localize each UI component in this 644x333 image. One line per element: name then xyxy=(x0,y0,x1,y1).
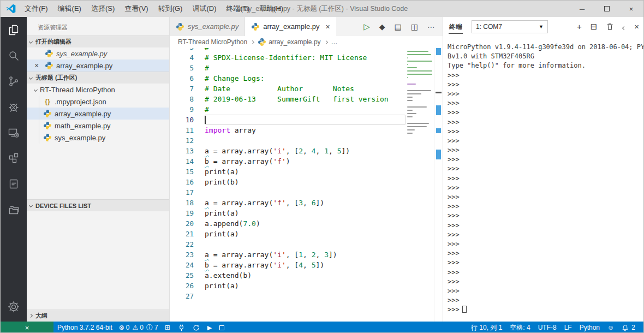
code-line-6[interactable]: 6# Change Logs: xyxy=(170,73,406,84)
tree-item-math_example-py[interactable]: math_example.py xyxy=(27,120,169,132)
collapse-panel-icon[interactable] xyxy=(623,22,625,31)
code-editor[interactable]: 3#4# SPDX-License-Identifier: MIT Licens… xyxy=(170,48,406,322)
activity-explorer-button[interactable] xyxy=(1,17,27,43)
code-line-24[interactable]: 24b = array.array('i', [4, 5]) xyxy=(170,260,406,270)
code-line-10[interactable]: 10 xyxy=(170,115,406,125)
line-number[interactable]: 22 xyxy=(170,239,194,249)
tab-array_example-py[interactable]: array_example.py× xyxy=(245,17,336,36)
language-mode[interactable]: Python xyxy=(576,322,604,333)
workspace-header[interactable]: 无标题 (工作区) xyxy=(27,72,169,84)
run-project-button[interactable]: ▶ xyxy=(204,322,216,333)
breadcrumb-item[interactable]: array_example.py xyxy=(258,38,320,46)
menu-item-2[interactable]: 选择(S) xyxy=(86,1,120,17)
menu-item-1[interactable]: 编辑(E) xyxy=(53,1,86,17)
code-line-11[interactable]: 11import array xyxy=(170,125,406,135)
line-number[interactable]: 25 xyxy=(170,270,194,281)
encoding[interactable]: UTF-8 xyxy=(534,322,560,333)
more-actions-icon[interactable]: ⋯ xyxy=(427,22,435,31)
line-number[interactable]: 5 xyxy=(170,63,194,73)
line-number[interactable]: 11 xyxy=(170,125,194,135)
open-editor-item[interactable]: sys_example.py xyxy=(27,47,169,60)
code-line-26[interactable]: 26print(a) xyxy=(170,281,406,291)
notifications-button[interactable]: 2 xyxy=(618,322,639,333)
menu-item-0[interactable]: 文件(F) xyxy=(20,1,53,17)
code-line-17[interactable]: 17 xyxy=(170,187,406,198)
code-line-19[interactable]: 19print(a) xyxy=(170,208,406,218)
line-number[interactable]: 15 xyxy=(170,166,194,177)
minimap[interactable] xyxy=(406,48,434,322)
line-number[interactable]: 21 xyxy=(170,229,194,239)
menu-item-4[interactable]: 转到(G) xyxy=(153,1,188,17)
code-line-27[interactable]: 27 xyxy=(170,291,406,301)
code-line-22[interactable]: 22 xyxy=(170,239,406,249)
kill-terminal-icon[interactable] xyxy=(606,22,614,31)
code-line-12[interactable]: 12 xyxy=(170,135,406,146)
activity-debug-button[interactable] xyxy=(1,94,27,120)
code-line-20[interactable]: 20a.append(7.0) xyxy=(170,218,406,229)
tree-folder-rt-thread[interactable]: RT-Thread MicroPython xyxy=(27,84,169,96)
code-line-9[interactable]: 9# xyxy=(170,104,406,115)
split-terminal-icon[interactable]: ⊟ xyxy=(591,22,598,32)
line-number[interactable]: 3 xyxy=(170,48,194,52)
activity-folder-library-button[interactable] xyxy=(1,197,27,222)
sync-button[interactable] xyxy=(189,322,204,333)
menu-item-5[interactable]: 调试(D) xyxy=(187,1,221,17)
line-number[interactable]: 16 xyxy=(170,177,194,187)
terminal-output[interactable]: MicroPython v1.9.4-114-g309fe39d on 2018… xyxy=(443,36,644,322)
flash-download-icon[interactable]: ◆ xyxy=(379,22,385,31)
close-panel-icon[interactable]: × xyxy=(634,22,639,31)
tab-terminal[interactable]: 终端 xyxy=(449,20,463,34)
close-icon[interactable]: × xyxy=(31,61,42,70)
activity-remote-device-button[interactable] xyxy=(1,120,27,145)
tree-item-sys_example-py[interactable]: sys_example.py xyxy=(27,132,169,144)
activity-extensions-button[interactable] xyxy=(1,145,27,171)
line-number[interactable]: 8 xyxy=(170,94,194,104)
line-number[interactable]: 6 xyxy=(170,73,194,84)
activity-notes-button[interactable] xyxy=(1,171,27,197)
line-number[interactable]: 9 xyxy=(170,104,194,115)
code-line-21[interactable]: 21print(a) xyxy=(170,229,406,239)
outline-header[interactable]: 大纲 xyxy=(27,310,169,322)
activity-source-control-button[interactable] xyxy=(1,68,27,94)
line-number[interactable]: 4 xyxy=(170,52,194,63)
board-button[interactable]: ⊞ xyxy=(161,322,174,333)
code-line-13[interactable]: 13a = array.array('i', [2, 4, 1, 5]) xyxy=(170,146,406,156)
open-preview-icon[interactable]: ▤ xyxy=(395,22,402,31)
code-line-16[interactable]: 16print(b) xyxy=(170,177,406,187)
menu-item-6[interactable]: 终端(T) xyxy=(221,1,254,17)
code-line-14[interactable]: 14b = array.array('f') xyxy=(170,156,406,166)
remote-indicator[interactable]: × xyxy=(1,322,53,333)
split-editor-icon[interactable]: ◫ xyxy=(411,22,418,31)
line-number[interactable]: 17 xyxy=(170,187,194,198)
breadcrumb-item[interactable]: … xyxy=(331,38,338,46)
tree-item-array_example-py[interactable]: array_example.py xyxy=(27,108,169,120)
indentation[interactable]: 空格: 4 xyxy=(506,322,534,333)
tab-sys_example-py[interactable]: sys_example.py xyxy=(170,17,245,36)
code-line-4[interactable]: 4# SPDX-License-Identifier: MIT License xyxy=(170,52,406,63)
close-icon[interactable]: × xyxy=(326,22,330,31)
feedback-button[interactable]: ☺ xyxy=(604,322,618,333)
stop-button[interactable] xyxy=(216,322,228,333)
line-number[interactable]: 23 xyxy=(170,249,194,260)
line-number[interactable]: 18 xyxy=(170,198,194,208)
line-number[interactable]: 7 xyxy=(170,84,194,94)
line-number[interactable]: 19 xyxy=(170,208,194,218)
code-line-7[interactable]: 7# Date Author Notes xyxy=(170,84,406,94)
code-line-8[interactable]: 8# 2019-06-13 SummerGift first version xyxy=(170,94,406,104)
python-interpreter[interactable]: Python 3.7.2 64-bit xyxy=(53,322,116,333)
code-line-5[interactable]: 5# xyxy=(170,63,406,73)
code-line-15[interactable]: 15print(a) xyxy=(170,166,406,177)
code-line-18[interactable]: 18a = array.array('f', [3, 6]) xyxy=(170,198,406,208)
activity-search-button[interactable] xyxy=(1,43,27,68)
line-number[interactable]: 13 xyxy=(170,146,194,156)
breadcrumb[interactable]: RT-Thread MicroPythonarray_example.py… xyxy=(170,36,443,48)
line-number[interactable]: 14 xyxy=(170,156,194,166)
line-number[interactable]: 12 xyxy=(170,135,194,146)
menu-item-3[interactable]: 查看(V) xyxy=(120,1,153,17)
code-line-3[interactable]: 3# xyxy=(170,48,406,52)
line-number[interactable]: 24 xyxy=(170,260,194,270)
terminal-selector[interactable]: 1: COM7 ▼ xyxy=(472,20,548,33)
new-terminal-icon[interactable]: + xyxy=(577,22,582,31)
menu-item-7[interactable]: 帮助(H) xyxy=(254,1,288,17)
line-number[interactable]: 20 xyxy=(170,218,194,229)
